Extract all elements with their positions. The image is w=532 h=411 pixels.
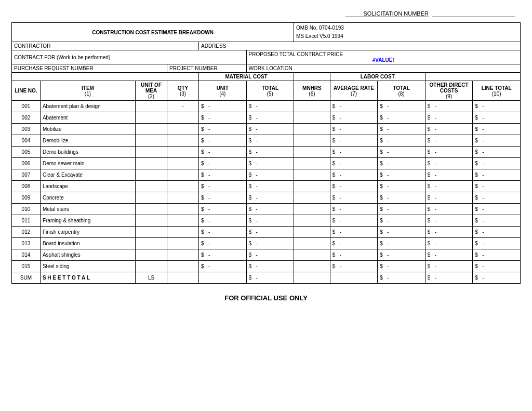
row-line-no: 002 — [12, 112, 41, 124]
row-item: Board insulation — [40, 238, 135, 249]
row-unit-mea — [136, 215, 167, 227]
sum-line-total: $ - — [473, 272, 521, 284]
sum-other: $ - — [425, 272, 473, 284]
row-line-no: 004 — [12, 135, 41, 147]
row-item: Mobilize — [40, 124, 135, 135]
solicitation-number-field — [432, 10, 515, 17]
row-unit-mea — [136, 147, 167, 158]
sum-mat-unit — [199, 272, 247, 284]
labor-cost-header: LABOR COST — [330, 73, 425, 81]
row-unit-mea — [136, 227, 167, 238]
row-line-no: 006 — [12, 158, 41, 169]
contractor-row: CONTRACTOR ADDRESS — [12, 42, 521, 50]
row-item: Concrete — [40, 192, 135, 204]
row-item: Steel siding — [40, 261, 135, 272]
row-qty — [167, 192, 199, 204]
row-qty — [167, 181, 199, 192]
row-mnhrs — [294, 169, 330, 181]
table-row: 002Abatement$ -$ -$ -$ -$ -$ - — [12, 112, 521, 124]
sum-row: SUM S H E E T T O T A L LS $ - $ - $ - $… — [12, 272, 521, 284]
col-unit-mea: UNIT OF MEA (2) — [136, 81, 167, 101]
row-mnhrs — [294, 147, 330, 158]
col-line-no: LINE NO. — [12, 81, 41, 101]
table-row: 013Board insulation$ -$ -$ -$ -$ -$ - — [12, 238, 521, 249]
row-item: Abatement plan & design — [40, 101, 135, 112]
col-item: ITEM (1) — [40, 81, 135, 101]
row-item: Landscape — [40, 181, 135, 192]
row-unit-mea — [136, 192, 167, 204]
col-avg-rate: AVERAGE RATE (7) — [330, 81, 378, 101]
contract-for-label: CONTRACT FOR (Work to be performed) — [12, 50, 247, 64]
row-qty — [167, 238, 199, 249]
sum-unit: LS — [136, 272, 167, 284]
row-item: Clear & Excavate — [40, 169, 135, 181]
solicitation-line: SOLICITATION NUMBER — [11, 10, 521, 17]
row-mnhrs — [294, 192, 330, 204]
purchase-row: PURCHASE REQUEST NUMBER PROJECT NUMBER W… — [12, 64, 521, 73]
row-item: Finish carpentry — [40, 227, 135, 238]
row-qty — [167, 215, 199, 227]
cost-span-header: MATERIAL COST LABOR COST — [12, 73, 521, 81]
row-item: Framing & sheathing — [40, 215, 135, 227]
contract-row: CONTRACT FOR (Work to be performed) PROP… — [12, 50, 521, 64]
row-unit-mea — [136, 181, 167, 192]
row-qty — [167, 249, 199, 261]
row-mnhrs — [294, 158, 330, 169]
col-line-total: LINE TOTAL (10) — [473, 81, 521, 101]
row-qty — [167, 204, 199, 215]
page: SOLICITATION NUMBER CONSTRUCTION COST ES… — [11, 10, 521, 302]
row-mnhrs — [294, 238, 330, 249]
row-line-no: 011 — [12, 215, 41, 227]
table-row: 001Abatement plan & design-$ -$ -$ -$ -$… — [12, 101, 521, 112]
row-mnhrs — [294, 135, 330, 147]
table-row: 014Asphalt shingles$ -$ -$ -$ -$ -$ - — [12, 249, 521, 261]
proposed-section: PROPOSED TOTAL CONTRACT PRICE #VALUE! — [246, 50, 520, 64]
row-item: Abatement — [40, 112, 135, 124]
row-line-no: 001 — [12, 101, 41, 112]
table-row: 009Concrete$ -$ -$ -$ -$ -$ - — [12, 192, 521, 204]
table-row: 010Metal stairs$ -$ -$ -$ -$ -$ - — [12, 204, 521, 215]
row-mnhrs — [294, 204, 330, 215]
sum-line: SUM — [12, 272, 41, 284]
footer-text: FOR OFFICIAL USE ONLY — [11, 294, 521, 302]
row-line-no: 010 — [12, 204, 41, 215]
row-item: Demobilize — [40, 135, 135, 147]
row-mnhrs — [294, 215, 330, 227]
sum-avg-rate — [330, 272, 378, 284]
row-mnhrs — [294, 181, 330, 192]
row-unit-mea — [136, 135, 167, 147]
row-line-no: 012 — [12, 227, 41, 238]
row-line-no: 014 — [12, 249, 41, 261]
row-item: Demo sewer main — [40, 158, 135, 169]
row-unit-mea — [136, 124, 167, 135]
header-row: CONSTRUCTION COST ESTIMATE BREAKDOWN OMB… — [12, 23, 521, 42]
project-number-label: PROJECT NUMBER — [167, 64, 247, 73]
sum-mat-total: $ - — [246, 272, 294, 284]
row-qty — [167, 169, 199, 181]
row-mnhrs — [294, 261, 330, 272]
row-line-no: 015 — [12, 261, 41, 272]
row-unit-mea — [136, 261, 167, 272]
col-mnhrs: MNHRS (6) — [294, 81, 330, 101]
row-qty — [167, 112, 199, 124]
material-cost-header: MATERIAL COST — [199, 73, 294, 81]
row-unit-mea — [136, 169, 167, 181]
row-mnhrs — [294, 101, 330, 112]
row-line-no: 003 — [12, 124, 41, 135]
main-table: CONSTRUCTION COST ESTIMATE BREAKDOWN OMB… — [11, 22, 521, 284]
sum-item: S H E E T T O T A L — [40, 272, 135, 284]
row-mnhrs — [294, 112, 330, 124]
table-row: 015Steel siding$ -$ -$ -$ -$ -$ - — [12, 261, 521, 272]
solicitation-label: SOLICITATION NUMBER — [345, 10, 429, 17]
row-qty — [167, 261, 199, 272]
address-label: ADDRESS — [199, 42, 521, 50]
row-item: Metal stairs — [40, 204, 135, 215]
work-location-label: WORK LOCATION — [246, 64, 520, 73]
proposed-label: PROPOSED TOTAL CONTRACT PRICE — [249, 51, 343, 57]
row-item: Asphalt shingles — [40, 249, 135, 261]
table-row: 005Demo buildings$ -$ -$ -$ -$ -$ - — [12, 147, 521, 158]
row-line-no: 005 — [12, 147, 41, 158]
row-line-no: 007 — [12, 169, 41, 181]
row-mnhrs — [294, 227, 330, 238]
row-qty — [167, 227, 199, 238]
